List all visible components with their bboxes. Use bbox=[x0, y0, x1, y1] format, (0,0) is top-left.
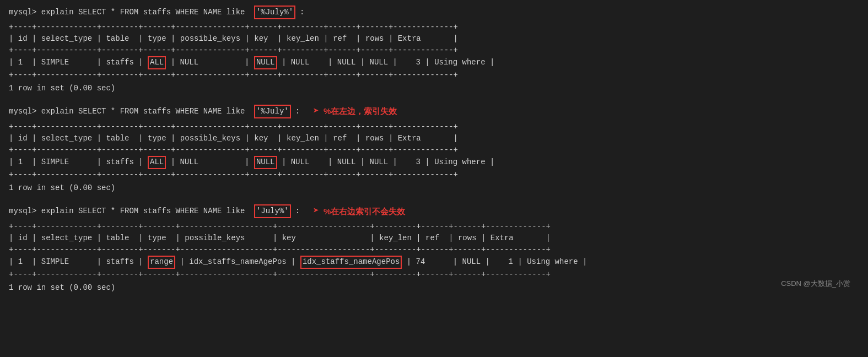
sep-bot-3: +----+-------------+--------+-------+---… bbox=[9, 269, 859, 280]
prompt-3: mysql> explain SELECT * FROM staffs WHER… bbox=[9, 205, 250, 217]
sep-mid-2: +----+-------------+--------+------+----… bbox=[9, 144, 859, 156]
watermark: CSDN @大数据_小赏 bbox=[781, 279, 850, 289]
header-3: | id | select_type | table | type | poss… bbox=[9, 232, 859, 244]
data-row-1: | 1 | SIMPLE | staffs | ALL | NULL | NUL… bbox=[9, 56, 859, 69]
sep-top-1: +----+-------------+--------+------+----… bbox=[9, 21, 859, 33]
annotation-text-2: %在左边，索引失效 bbox=[324, 105, 397, 118]
command-line-1: mysql> explain SELECT * FROM staffs WHER… bbox=[9, 6, 859, 19]
arrow-icon-3: ➤ bbox=[313, 204, 319, 219]
section-3: mysql> explain SELECT * FROM staffs WHER… bbox=[9, 204, 859, 294]
section-2: mysql> explain SELECT * FROM staffs WHER… bbox=[9, 104, 859, 194]
data-row-2: | 1 | SIMPLE | staffs | ALL | NULL | NUL… bbox=[9, 156, 859, 169]
key-box-2: NULL bbox=[254, 156, 277, 169]
header-2: | id | select_type | table | type | poss… bbox=[9, 133, 859, 144]
header-1: | id | select_type | table | type | poss… bbox=[9, 33, 859, 45]
sep-mid-3: +----+-------------+--------+-------+---… bbox=[9, 244, 859, 256]
result-1: 1 row in set (0.00 sec) bbox=[9, 82, 859, 94]
prompt-2: mysql> explain SELECT * FROM staffs WHER… bbox=[9, 106, 250, 117]
type-box-2: ALL bbox=[148, 156, 166, 169]
annotation-3: ➤ %在右边索引不会失效 bbox=[313, 204, 405, 219]
sep-bot-2: +----+-------------+--------+------+----… bbox=[9, 169, 859, 181]
command-line-2: mysql> explain SELECT * FROM staffs WHER… bbox=[9, 104, 859, 119]
sep-top-2: +----+-------------+--------+------+----… bbox=[9, 121, 859, 133]
data-row-3: | 1 | SIMPLE | staffs | range | idx_staf… bbox=[9, 256, 859, 269]
key-box-3: idx_staffs_nameAgePos bbox=[300, 256, 402, 269]
table-3: +----+-------------+--------+-------+---… bbox=[9, 221, 859, 280]
key-box-1: NULL bbox=[254, 56, 277, 69]
query-value-3: 'July%' bbox=[254, 204, 291, 218]
annotation-2: ➤ %在左边，索引失效 bbox=[313, 104, 397, 119]
table-1: +----+-------------+--------+------+----… bbox=[9, 21, 859, 81]
type-box-3: range bbox=[148, 256, 175, 269]
section-1: mysql> explain SELECT * FROM staffs WHER… bbox=[9, 6, 859, 94]
result-3: 1 row in set (0.00 sec) bbox=[9, 282, 859, 294]
sep-top-3: +----+-------------+--------+-------+---… bbox=[9, 221, 859, 232]
query-value-1: '%July%' bbox=[254, 6, 295, 19]
query-value-2: '%July' bbox=[254, 105, 291, 118]
table-2: +----+-------------+--------+------+----… bbox=[9, 121, 859, 181]
arrow-icon-2: ➤ bbox=[313, 104, 319, 119]
command-line-3: mysql> explain SELECT * FROM staffs WHER… bbox=[9, 204, 859, 219]
sep-mid-1: +----+-------------+--------+------+----… bbox=[9, 45, 859, 56]
prompt-1: mysql> explain SELECT * FROM staffs WHER… bbox=[9, 7, 250, 18]
result-2: 1 row in set (0.00 sec) bbox=[9, 182, 859, 194]
annotation-text-3: %在右边索引不会失效 bbox=[324, 205, 405, 218]
type-box-1: ALL bbox=[148, 56, 166, 69]
sep-bot-1: +----+-------------+--------+------+----… bbox=[9, 69, 859, 81]
